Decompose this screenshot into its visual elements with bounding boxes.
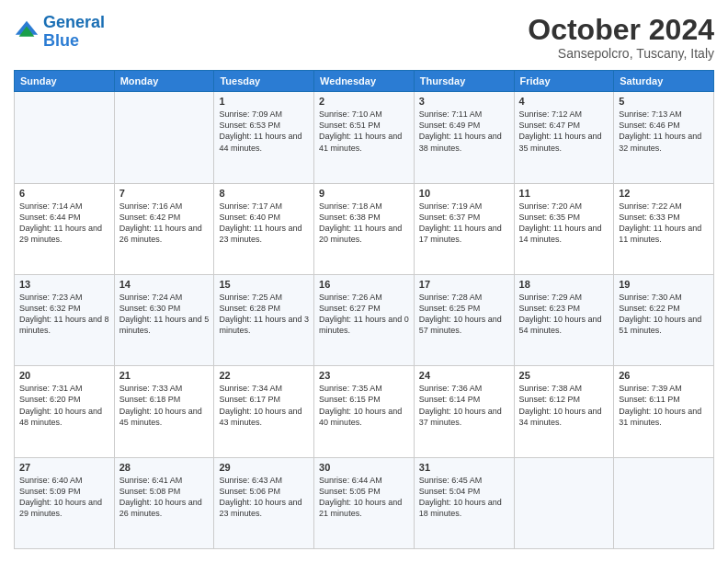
day-number: 26 xyxy=(619,370,709,381)
day-number: 8 xyxy=(219,188,309,199)
day-number: 9 xyxy=(319,188,409,199)
weekday-wednesday: Wednesday xyxy=(314,71,415,92)
day-details: Sunrise: 6:41 AMSunset: 5:08 PMDaylight:… xyxy=(119,475,210,520)
calendar-cell: 11Sunrise: 7:20 AMSunset: 6:35 PMDayligh… xyxy=(514,183,614,274)
calendar-cell: 25Sunrise: 7:38 AMSunset: 6:12 PMDayligh… xyxy=(514,366,614,457)
day-details: Sunrise: 6:45 AMSunset: 5:04 PMDaylight:… xyxy=(419,475,509,520)
day-number: 10 xyxy=(419,188,509,199)
day-number: 22 xyxy=(219,370,309,381)
day-details: Sunrise: 7:19 AMSunset: 6:37 PMDaylight:… xyxy=(419,201,509,246)
logo-text: General Blue xyxy=(43,14,105,51)
calendar-cell: 6Sunrise: 7:14 AMSunset: 6:44 PMDaylight… xyxy=(15,183,115,274)
day-details: Sunrise: 7:34 AMSunset: 6:17 PMDaylight:… xyxy=(219,383,309,428)
calendar-cell: 29Sunrise: 6:43 AMSunset: 5:06 PMDayligh… xyxy=(214,457,314,548)
calendar-cell: 16Sunrise: 7:26 AMSunset: 6:27 PMDayligh… xyxy=(314,274,415,365)
calendar-cell: 19Sunrise: 7:30 AMSunset: 6:22 PMDayligh… xyxy=(614,274,714,365)
day-number: 30 xyxy=(319,462,409,473)
day-details: Sunrise: 6:43 AMSunset: 5:06 PMDaylight:… xyxy=(219,475,309,520)
day-details: Sunrise: 7:36 AMSunset: 6:14 PMDaylight:… xyxy=(419,383,509,428)
day-details: Sunrise: 7:39 AMSunset: 6:11 PMDaylight:… xyxy=(619,383,709,428)
calendar-cell: 20Sunrise: 7:31 AMSunset: 6:20 PMDayligh… xyxy=(15,366,115,457)
calendar-cell: 28Sunrise: 6:41 AMSunset: 5:08 PMDayligh… xyxy=(114,457,214,548)
day-number: 17 xyxy=(419,279,509,290)
day-number: 14 xyxy=(119,279,210,290)
calendar-cell: 4Sunrise: 7:12 AMSunset: 6:47 PMDaylight… xyxy=(514,92,614,183)
weekday-sunday: Sunday xyxy=(15,71,115,92)
day-number: 16 xyxy=(319,279,409,290)
calendar-cell: 13Sunrise: 7:23 AMSunset: 6:32 PMDayligh… xyxy=(15,274,115,365)
location: Sansepolcro, Tuscany, Italy xyxy=(528,46,714,61)
calendar-cell: 24Sunrise: 7:36 AMSunset: 6:14 PMDayligh… xyxy=(414,366,514,457)
day-number: 21 xyxy=(119,370,210,381)
day-details: Sunrise: 7:28 AMSunset: 6:25 PMDaylight:… xyxy=(419,292,509,337)
calendar-table: SundayMondayTuesdayWednesdayThursdayFrid… xyxy=(14,70,714,549)
day-number: 7 xyxy=(119,188,210,199)
calendar-cell: 21Sunrise: 7:33 AMSunset: 6:18 PMDayligh… xyxy=(114,366,214,457)
calendar-cell: 18Sunrise: 7:29 AMSunset: 6:23 PMDayligh… xyxy=(514,274,614,365)
day-details: Sunrise: 7:20 AMSunset: 6:35 PMDaylight:… xyxy=(519,201,609,246)
day-number: 29 xyxy=(219,462,309,473)
calendar-cell: 7Sunrise: 7:16 AMSunset: 6:42 PMDaylight… xyxy=(114,183,214,274)
day-details: Sunrise: 6:40 AMSunset: 5:09 PMDaylight:… xyxy=(19,475,109,520)
month-title: October 2024 xyxy=(528,14,714,46)
day-number: 31 xyxy=(419,462,509,473)
weekday-friday: Friday xyxy=(514,71,614,92)
weekday-tuesday: Tuesday xyxy=(214,71,314,92)
calendar-cell xyxy=(15,92,115,183)
day-number: 6 xyxy=(19,188,109,199)
calendar-cell xyxy=(114,92,214,183)
weekday-saturday: Saturday xyxy=(614,71,714,92)
day-number: 23 xyxy=(319,370,409,381)
day-details: Sunrise: 6:44 AMSunset: 5:05 PMDaylight:… xyxy=(319,475,409,520)
calendar-cell: 1Sunrise: 7:09 AMSunset: 6:53 PMDaylight… xyxy=(214,92,314,183)
logo-icon xyxy=(14,19,40,45)
day-details: Sunrise: 7:13 AMSunset: 6:46 PMDaylight:… xyxy=(619,109,709,154)
day-number: 18 xyxy=(519,279,609,290)
day-details: Sunrise: 7:33 AMSunset: 6:18 PMDaylight:… xyxy=(119,383,210,428)
calendar-cell: 12Sunrise: 7:22 AMSunset: 6:33 PMDayligh… xyxy=(614,183,714,274)
day-details: Sunrise: 7:26 AMSunset: 6:27 PMDaylight:… xyxy=(319,292,409,337)
day-details: Sunrise: 7:17 AMSunset: 6:40 PMDaylight:… xyxy=(219,201,309,246)
calendar-week-5: 27Sunrise: 6:40 AMSunset: 5:09 PMDayligh… xyxy=(15,457,714,548)
day-details: Sunrise: 7:09 AMSunset: 6:53 PMDaylight:… xyxy=(219,109,309,154)
logo-line2: Blue xyxy=(43,31,79,50)
day-number: 4 xyxy=(519,96,609,107)
calendar-cell: 15Sunrise: 7:25 AMSunset: 6:28 PMDayligh… xyxy=(214,274,314,365)
weekday-thursday: Thursday xyxy=(414,71,514,92)
day-number: 11 xyxy=(519,188,609,199)
weekday-header-row: SundayMondayTuesdayWednesdayThursdayFrid… xyxy=(15,71,714,92)
day-details: Sunrise: 7:35 AMSunset: 6:15 PMDaylight:… xyxy=(319,383,409,428)
day-details: Sunrise: 7:18 AMSunset: 6:38 PMDaylight:… xyxy=(319,201,409,246)
day-number: 25 xyxy=(519,370,609,381)
calendar-cell: 5Sunrise: 7:13 AMSunset: 6:46 PMDaylight… xyxy=(614,92,714,183)
calendar-cell: 10Sunrise: 7:19 AMSunset: 6:37 PMDayligh… xyxy=(414,183,514,274)
calendar-week-4: 20Sunrise: 7:31 AMSunset: 6:20 PMDayligh… xyxy=(15,366,714,457)
day-details: Sunrise: 7:30 AMSunset: 6:22 PMDaylight:… xyxy=(619,292,709,337)
calendar-cell: 3Sunrise: 7:11 AMSunset: 6:49 PMDaylight… xyxy=(414,92,514,183)
day-number: 15 xyxy=(219,279,309,290)
day-details: Sunrise: 7:11 AMSunset: 6:49 PMDaylight:… xyxy=(419,109,509,154)
calendar-cell xyxy=(614,457,714,548)
calendar-cell: 9Sunrise: 7:18 AMSunset: 6:38 PMDaylight… xyxy=(314,183,415,274)
day-details: Sunrise: 7:10 AMSunset: 6:51 PMDaylight:… xyxy=(319,109,409,154)
calendar-cell: 22Sunrise: 7:34 AMSunset: 6:17 PMDayligh… xyxy=(214,366,314,457)
day-number: 3 xyxy=(419,96,509,107)
calendar-cell: 23Sunrise: 7:35 AMSunset: 6:15 PMDayligh… xyxy=(314,366,415,457)
calendar-cell: 27Sunrise: 6:40 AMSunset: 5:09 PMDayligh… xyxy=(15,457,115,548)
day-number: 24 xyxy=(419,370,509,381)
day-details: Sunrise: 7:14 AMSunset: 6:44 PMDaylight:… xyxy=(19,201,109,246)
calendar-week-1: 1Sunrise: 7:09 AMSunset: 6:53 PMDaylight… xyxy=(15,92,714,183)
calendar-cell: 26Sunrise: 7:39 AMSunset: 6:11 PMDayligh… xyxy=(614,366,714,457)
weekday-monday: Monday xyxy=(114,71,214,92)
calendar-cell xyxy=(514,457,614,548)
day-details: Sunrise: 7:38 AMSunset: 6:12 PMDaylight:… xyxy=(519,383,609,428)
day-number: 2 xyxy=(319,96,409,107)
day-details: Sunrise: 7:31 AMSunset: 6:20 PMDaylight:… xyxy=(19,383,109,428)
day-number: 5 xyxy=(619,96,709,107)
calendar-cell: 14Sunrise: 7:24 AMSunset: 6:30 PMDayligh… xyxy=(114,274,214,365)
calendar-week-2: 6Sunrise: 7:14 AMSunset: 6:44 PMDaylight… xyxy=(15,183,714,274)
day-number: 28 xyxy=(119,462,210,473)
day-number: 20 xyxy=(19,370,109,381)
title-block: October 2024 Sansepolcro, Tuscany, Italy xyxy=(528,14,714,61)
day-details: Sunrise: 7:29 AMSunset: 6:23 PMDaylight:… xyxy=(519,292,609,337)
